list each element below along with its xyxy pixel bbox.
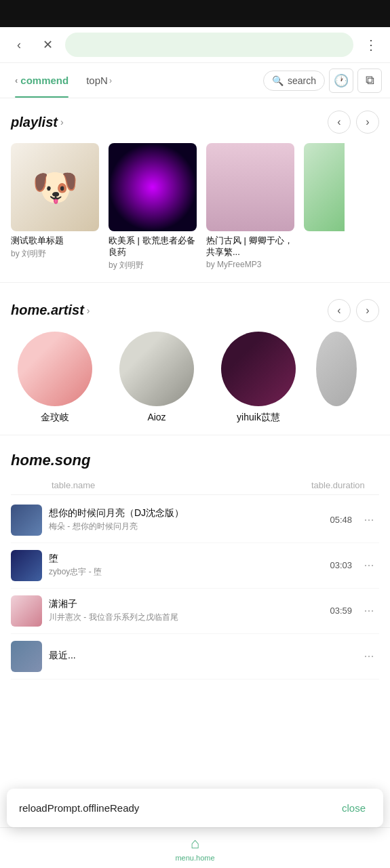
playlist-next-button[interactable]: › xyxy=(356,111,379,134)
song-row-3[interactable]: 最近... ··· xyxy=(11,634,379,679)
artist-next-button[interactable]: › xyxy=(356,299,379,322)
display-icon-button[interactable]: ⧉ xyxy=(357,68,382,93)
song-title-3: 最近... xyxy=(49,650,311,662)
artist-section: home.artist › ‹ › 金玟岐 Aioz yihuik苡慧 xyxy=(0,287,390,431)
song-duration-0: 05:48 xyxy=(318,515,352,525)
song-title-1: 堕 xyxy=(49,553,311,565)
search-label: search xyxy=(288,75,316,86)
playlist-by-2: by MyFreeMP3 xyxy=(206,260,294,269)
song-row-2[interactable]: 潇湘子 川井憲次 - 我位音乐系列之戊临首尾 03:59 ··· xyxy=(11,589,379,634)
song-thumb-0 xyxy=(11,505,42,536)
home-label: menu.home xyxy=(175,854,214,862)
artist-card-partial xyxy=(316,332,357,406)
song-more-3[interactable]: ··· xyxy=(359,649,379,663)
song-more-0[interactable]: ··· xyxy=(359,513,379,527)
song-duration-1: 03:03 xyxy=(318,560,352,570)
song-artist-2: 川井憲次 - 我位音乐系列之戊临首尾 xyxy=(49,612,311,623)
more-options-button[interactable]: ⋮ xyxy=(360,34,382,56)
song-artist-1: zyboy忠宇 - 堕 xyxy=(49,566,311,578)
artist-prev-button[interactable]: ‹ xyxy=(328,299,351,322)
song-more-2[interactable]: ··· xyxy=(359,604,379,618)
status-bar xyxy=(0,0,390,27)
song-row-0[interactable]: 想你的时候问月亮（DJ沈念版） 梅朵 - 想你的时候问月亮 05:48 ··· xyxy=(11,498,379,543)
playlist-title-0: 测试歌单标题 xyxy=(11,235,99,247)
song-artist-0: 梅朵 - 想你的时候问月亮 xyxy=(49,521,311,532)
playlist-card-1[interactable]: 欧美系 | 歌荒患者必备良药 by 刘明野 xyxy=(109,143,197,271)
artist-header: home.artist › ‹ › xyxy=(11,299,379,322)
playlist-nav-arrows: ‹ › xyxy=(328,111,379,134)
browser-chrome: ‹ ✕ ⋮ xyxy=(0,27,390,63)
playlist-title-1: 欧美系 | 歌荒患者必备良药 xyxy=(109,235,197,258)
song-thumb-2 xyxy=(11,595,42,627)
playlist-thumb-0: 🐶 xyxy=(11,143,99,231)
bottom-nav: ⌂ menu.home xyxy=(0,827,390,868)
song-more-1[interactable]: ··· xyxy=(359,558,379,572)
col-thumb-header xyxy=(11,480,45,490)
playlist-row: 🐶 测试歌单标题 by 刘明野 欧美系 | 歌荒患者必备良药 by 刘明野 热门… xyxy=(11,143,379,271)
song-title-0: 想你的时候问月亮（DJ沈念版） xyxy=(49,507,311,519)
song-table-header: table.name table.duration xyxy=(11,476,379,495)
artist-name-0: 金玟岐 xyxy=(41,412,69,424)
artist-card-2[interactable]: yihuik苡慧 xyxy=(214,332,303,424)
song-duration-2: 03:59 xyxy=(318,606,352,616)
artist-nav-arrows: ‹ › xyxy=(328,299,379,322)
divider-2 xyxy=(0,435,390,435)
nav-tabs: ‹ commend topN › 🔍 search 🕐 ⧉ xyxy=(0,63,390,98)
playlist-header: playlist › ‹ › xyxy=(11,111,379,134)
close-tab-button[interactable]: ✕ xyxy=(37,34,58,56)
song-section: home.song table.name table.duration 想你的时… xyxy=(0,439,390,686)
artist-name-2: yihuik苡慧 xyxy=(237,412,280,424)
playlist-card-partial xyxy=(304,143,345,231)
artist-avatar-2 xyxy=(221,332,296,406)
playlist-title-text: playlist xyxy=(11,115,58,130)
tab-commend-chevron-left: ‹ xyxy=(15,75,18,85)
playlist-chevron: › xyxy=(60,117,64,127)
artist-avatar-0 xyxy=(18,332,92,406)
artist-row: 金玟岐 Aioz yihuik苡慧 xyxy=(11,332,379,424)
col-name-header: table.name xyxy=(45,480,311,490)
playlist-prev-button[interactable]: ‹ xyxy=(328,111,351,134)
artist-card-1[interactable]: Aioz xyxy=(113,332,201,424)
artist-name-1: Aioz xyxy=(147,412,165,422)
song-section-title: home.song xyxy=(11,452,379,469)
song-info-2: 潇湘子 川井憲次 - 我位音乐系列之戊临首尾 xyxy=(49,598,311,623)
toast-message: reloadPrompt.offlineReady xyxy=(19,802,330,814)
search-icon: 🔍 xyxy=(272,75,284,86)
song-row-1[interactable]: 堕 zyboy忠宇 - 堕 03:03 ··· xyxy=(11,543,379,589)
song-thumb-3 xyxy=(11,641,42,672)
song-title-2: 潇湘子 xyxy=(49,598,311,610)
song-info-3: 最近... xyxy=(49,650,311,663)
toast-close-button[interactable]: close xyxy=(336,800,371,816)
song-info-1: 堕 zyboy忠宇 - 堕 xyxy=(49,553,311,578)
artist-title-text: home.artist xyxy=(11,302,84,318)
search-button[interactable]: 🔍 search xyxy=(263,71,325,91)
playlist-section: playlist › ‹ › 🐶 测试歌单标题 by 刘明野 欧美系 | 歌荒患… xyxy=(0,98,390,278)
divider-1 xyxy=(0,282,390,283)
song-thumb-1 xyxy=(11,550,42,581)
history-icon-button[interactable]: 🕐 xyxy=(329,68,353,93)
playlist-card-2[interactable]: 热门古风 | 卿卿于心，共享繁... by MyFreeMP3 xyxy=(206,143,294,271)
tab-commend[interactable]: ‹ commend xyxy=(8,63,75,98)
tab-topn[interactable]: topN › xyxy=(79,63,119,98)
offline-toast: reloadPrompt.offlineReady close xyxy=(7,789,383,827)
playlist-thumb-1 xyxy=(109,143,197,231)
display-icon: ⧉ xyxy=(366,73,374,87)
artist-avatar-1 xyxy=(119,332,194,406)
artist-card-0[interactable]: 金玟岐 xyxy=(11,332,99,424)
back-button[interactable]: ‹ xyxy=(8,34,30,56)
tab-commend-label: commend xyxy=(20,75,69,86)
history-icon: 🕐 xyxy=(334,73,349,88)
bottom-nav-home[interactable]: ⌂ menu.home xyxy=(161,835,228,862)
song-info-0: 想你的时候问月亮（DJ沈念版） 梅朵 - 想你的时候问月亮 xyxy=(49,507,311,532)
playlist-by-1: by 刘明野 xyxy=(109,260,197,271)
artist-title[interactable]: home.artist › xyxy=(11,302,90,318)
playlist-title[interactable]: playlist › xyxy=(11,115,64,130)
home-icon: ⌂ xyxy=(191,835,199,852)
artist-chevron: › xyxy=(87,305,90,316)
col-duration-header: table.duration xyxy=(311,480,359,490)
playlist-card-0[interactable]: 🐶 测试歌单标题 by 刘明野 xyxy=(11,143,99,271)
col-more-header xyxy=(359,480,379,490)
playlist-thumb-2 xyxy=(206,143,294,231)
url-bar[interactable] xyxy=(65,33,353,57)
tab-topn-label: topN xyxy=(86,75,108,86)
